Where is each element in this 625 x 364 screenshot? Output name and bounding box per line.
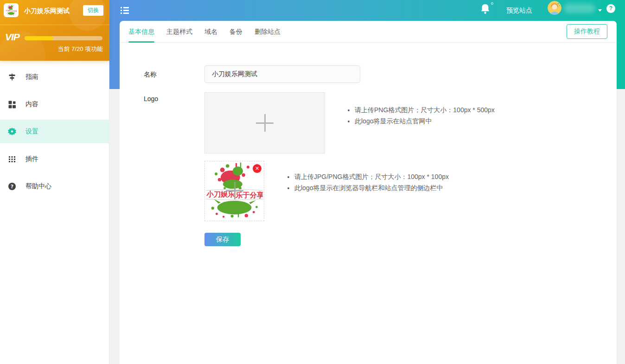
- sidebar-item-label: 内容: [26, 100, 38, 109]
- tip-item: 此logo将显示在站点官网中: [355, 115, 495, 127]
- sidebar-menu: 指南 内容: [0, 65, 109, 202]
- logo-label: Logo: [144, 95, 158, 102]
- site-logo-splat-icon: [5, 5, 17, 16]
- tab-domain[interactable]: 域名: [204, 21, 217, 43]
- preview-site-link[interactable]: 预览站点: [506, 6, 532, 15]
- main-area: 预览站点 ? 基本信息 主题样式 域: [109, 0, 625, 364]
- favicon-upload-preview[interactable]: ✕: [204, 161, 264, 221]
- favicon-upload-tips: 请上传JPG/PNG格式图片；尺寸大小：100px * 100px 此logo将…: [286, 171, 449, 193]
- upload-plus-icon: [225, 181, 244, 200]
- site-name: 小刀娱乐网测试: [24, 7, 70, 15]
- username-redacted: [564, 4, 595, 13]
- sidebar-item-help-center[interactable]: ? 帮助中心: [0, 174, 109, 198]
- vip-progress-fill: [25, 36, 53, 40]
- gear-icon: [8, 128, 16, 136]
- site-name-input[interactable]: [204, 65, 360, 83]
- tip-item: 请上传JPG/PNG格式图片；尺寸大小：100px * 100px: [294, 171, 449, 182]
- sidebar-item-guide[interactable]: 指南: [0, 65, 109, 89]
- divider: [0, 25, 109, 25]
- name-label: 名称: [144, 70, 157, 79]
- app-window: 小刀娱乐网测试 切换 VIP 当前 7/20 项功能 指南: [0, 0, 625, 364]
- switch-site-button[interactable]: 切换: [83, 5, 103, 16]
- signpost-icon: [8, 73, 16, 81]
- tab-delete-site[interactable]: 删除站点: [255, 21, 281, 43]
- vip-feature-count: 当前 7/20 项功能: [57, 45, 103, 53]
- menu-list-icon[interactable]: [121, 7, 129, 14]
- site-vip-card: 小刀娱乐网测试 切换 VIP 当前 7/20 项功能: [0, 0, 109, 61]
- remove-logo-button[interactable]: ✕: [253, 164, 261, 173]
- settings-panel: 基本信息 主题样式 域名 备份 删除站点 操作教程 名称 Logo 请上传PNG…: [120, 21, 617, 364]
- tip-item: 请上传PNG格式图片；尺寸大小：100px * 500px: [355, 104, 495, 115]
- avatar[interactable]: [548, 1, 561, 15]
- notification-bell-icon[interactable]: [480, 3, 492, 16]
- tab-theme-style[interactable]: 主题样式: [166, 21, 192, 43]
- sidebar-item-plugins[interactable]: 插件: [0, 147, 109, 171]
- topbar: 预览站点 ?: [109, 0, 625, 21]
- logo-upload-dropzone[interactable]: [204, 92, 325, 153]
- tutorial-button[interactable]: 操作教程: [567, 24, 607, 39]
- site-logo: [4, 3, 19, 17]
- grid-icon: [8, 100, 16, 109]
- save-button[interactable]: 保存: [204, 233, 241, 246]
- tab-backup[interactable]: 备份: [230, 21, 242, 43]
- sidebar-item-settings[interactable]: 设置: [0, 120, 109, 143]
- sidebar: 小刀娱乐网测试 切换 VIP 当前 7/20 项功能 指南: [0, 0, 109, 364]
- vip-badge: VIP: [5, 32, 19, 43]
- svg-text:?: ?: [11, 184, 13, 190]
- upload-plus-icon: [255, 114, 274, 132]
- logo-upload-tips: 请上传PNG格式图片；尺寸大小：100px * 500px 此logo将显示在站…: [346, 104, 495, 127]
- chevron-down-icon[interactable]: [598, 9, 602, 12]
- question-circle-icon: ?: [8, 182, 16, 191]
- sidebar-item-label: 设置: [26, 128, 38, 136]
- sidebar-item-label: 指南: [26, 73, 38, 81]
- sidebar-item-label: 帮助中心: [26, 182, 51, 191]
- tip-item: 此logo将显示在浏览器导航栏和站点管理的侧边栏中: [294, 182, 449, 193]
- tab-basic-info[interactable]: 基本信息: [128, 21, 154, 43]
- notification-badge: [491, 2, 493, 5]
- dots-grid-icon: [8, 155, 16, 163]
- vip-progress-bar: [25, 36, 102, 40]
- tab-bar: 基本信息 主题样式 域名 备份 删除站点 操作教程: [120, 21, 617, 43]
- sidebar-item-label: 插件: [26, 155, 38, 163]
- sidebar-item-content[interactable]: 内容: [0, 92, 109, 116]
- help-icon[interactable]: ?: [606, 4, 615, 13]
